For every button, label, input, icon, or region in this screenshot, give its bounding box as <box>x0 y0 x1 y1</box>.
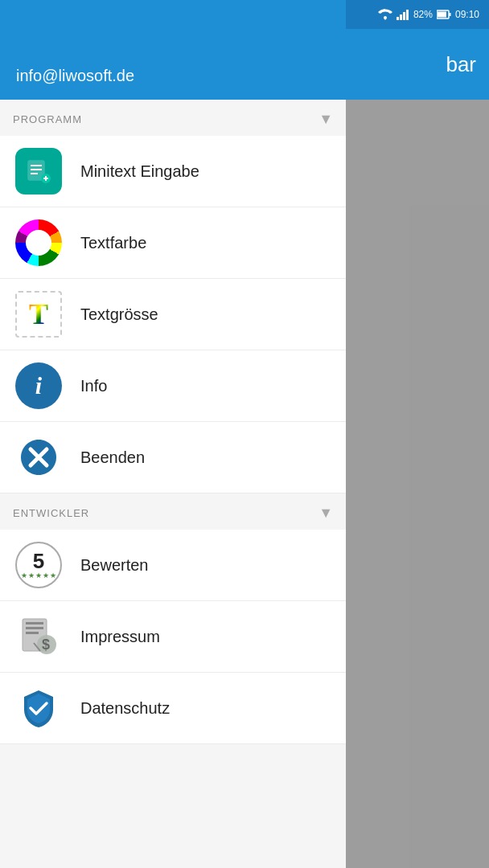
svg-rect-5 <box>449 13 450 16</box>
bewerten-icon: 5 ★★★★★ <box>15 542 62 588</box>
info-icon: i <box>15 362 62 409</box>
beenden-icon <box>15 434 62 481</box>
drawer: info@liwosoft.de PROGRAMM ▼ <box>0 0 346 868</box>
programm-collapse-icon: ▼ <box>318 111 333 128</box>
menu-item-impressum[interactable]: $ Impressum <box>0 601 346 673</box>
textgroesse-icon-container: T <box>13 289 64 340</box>
section-entwickler-title: ENTWICKLER <box>13 507 89 519</box>
datenschutz-icon <box>15 685 62 731</box>
status-icons: 82% 09:10 <box>378 9 479 20</box>
section-programm-title: PROGRAMM <box>13 113 82 125</box>
battery-icon <box>437 10 451 19</box>
menu-item-textfarbe[interactable]: Textfarbe <box>0 207 346 279</box>
bewerten-stars: ★★★★★ <box>21 571 57 579</box>
textfarbe-inner <box>26 230 51 256</box>
beenden-label: Beenden <box>80 448 145 467</box>
entwickler-menu-list: 5 ★★★★★ Bewerten $ <box>0 530 346 744</box>
svg-rect-17 <box>26 632 39 634</box>
minitext-label: Minitext Eingabe <box>80 162 199 181</box>
wifi-icon <box>378 9 392 20</box>
time-display: 09:10 <box>455 9 479 20</box>
textfarbe-icon <box>15 219 62 266</box>
textgroesse-icon: T <box>15 291 62 338</box>
programm-menu-list: Minitext Eingabe Textfarbe T Textgrösse <box>0 136 346 493</box>
svg-text:$: $ <box>42 637 50 653</box>
impressum-icon-container: $ <box>13 611 64 662</box>
menu-item-beenden[interactable]: Beenden <box>0 422 346 493</box>
signal-icon <box>397 9 409 20</box>
battery-text: 82% <box>413 9 433 20</box>
entwickler-collapse-icon: ▼ <box>318 505 333 522</box>
datenschutz-icon-container <box>13 682 64 734</box>
impressum-icon: $ <box>15 613 62 660</box>
impressum-label: Impressum <box>80 628 160 646</box>
textgroesse-label: Textgrösse <box>80 305 158 324</box>
svg-rect-1 <box>400 14 402 20</box>
menu-item-textgroesse[interactable]: T Textgrösse <box>0 279 346 350</box>
menu-item-minitext[interactable]: Minitext Eingabe <box>0 136 346 207</box>
svg-rect-6 <box>438 12 446 18</box>
bewerten-label: Bewerten <box>80 556 149 575</box>
drawer-email: info@liwosoft.de <box>16 67 134 85</box>
info-label: Info <box>80 377 107 395</box>
menu-item-bewerten[interactable]: 5 ★★★★★ Bewerten <box>0 530 346 601</box>
svg-rect-2 <box>403 12 405 20</box>
textfarbe-icon-container <box>13 217 64 268</box>
svg-rect-16 <box>26 627 43 629</box>
toolbar-bar-text: bar <box>446 52 476 77</box>
section-entwickler-header[interactable]: ENTWICKLER ▼ <box>0 493 346 530</box>
section-programm-header[interactable]: PROGRAMM ▼ <box>0 100 346 136</box>
bewerten-icon-container: 5 ★★★★★ <box>13 539 64 591</box>
beenden-icon-container <box>13 432 64 483</box>
bewerten-number: 5 <box>33 551 44 571</box>
datenschutz-label: Datenschutz <box>80 699 170 718</box>
menu-item-info[interactable]: i Info <box>0 350 346 422</box>
minitext-icon <box>15 148 62 194</box>
textfarbe-label: Textfarbe <box>80 234 146 252</box>
overlay[interactable] <box>346 100 489 868</box>
info-icon-container: i <box>13 360 64 411</box>
minitext-icon-container <box>13 145 64 197</box>
svg-rect-0 <box>397 17 399 20</box>
menu-item-datenschutz[interactable]: Datenschutz <box>0 673 346 744</box>
svg-rect-15 <box>26 622 43 624</box>
textgroesse-t-letter: T <box>29 297 48 331</box>
svg-rect-3 <box>406 10 409 20</box>
drawer-header: info@liwosoft.de <box>0 0 346 100</box>
drawer-bottom-space <box>0 744 346 868</box>
